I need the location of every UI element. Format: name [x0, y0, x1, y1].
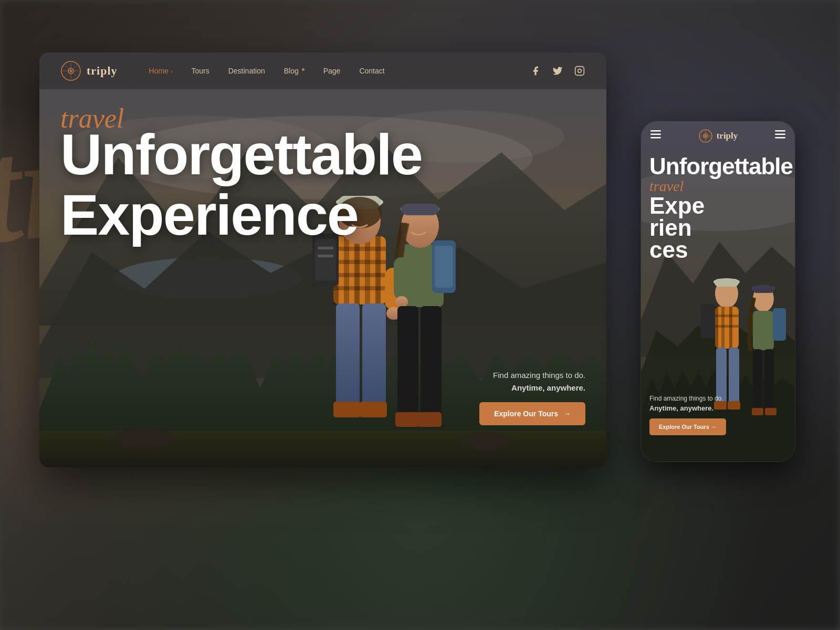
svg-rect-37 [360, 402, 387, 417]
mobile-logo: triply [698, 129, 738, 143]
hero-subtext: Find amazing things to do. Anytime, anyw… [479, 369, 585, 394]
desktop-nav: triply Home › Tours Destination Blog Pag… [39, 52, 606, 89]
mobile-menu-left[interactable] [650, 130, 661, 141]
nav-page[interactable]: Page [323, 67, 341, 75]
nav-destination[interactable]: Destination [228, 67, 265, 75]
nav-tours[interactable]: Tours [191, 67, 209, 75]
svg-rect-68 [775, 137, 785, 139]
logo-text: triply [87, 64, 118, 78]
hero-title-line1: Unforgettable [60, 127, 585, 182]
svg-rect-19 [333, 273, 386, 277]
hero-bottom-content: Find amazing things to do. Anytime, anyw… [479, 369, 585, 425]
desktop-mockup: triply Home › Tours Destination Blog Pag… [39, 52, 606, 467]
hero-content: travel Unforgettable Experience [60, 105, 585, 242]
svg-rect-35 [362, 303, 386, 408]
hero-subtitle-row: Experience [60, 187, 585, 243]
nav-contact[interactable]: Contact [359, 67, 384, 75]
mobile-hero-content: Unforgettable travel Expe rien ces [649, 155, 786, 261]
svg-rect-66 [775, 130, 785, 132]
mobile-nav: triply [641, 121, 795, 150]
svg-rect-53 [575, 67, 584, 76]
blog-nav-dot [302, 68, 304, 71]
nav-links: Home › Tours Destination Blog Page Conta… [149, 67, 530, 75]
svg-rect-33 [318, 255, 333, 257]
mobile-logo-icon [698, 129, 713, 143]
mobile-explore-button[interactable]: Explore Our Tours → [649, 418, 726, 435]
mobile-title-2: Expe rien ces [649, 195, 786, 260]
svg-rect-84 [753, 286, 774, 293]
svg-rect-32 [318, 247, 333, 249]
svg-point-52 [70, 70, 72, 72]
svg-rect-46 [397, 306, 418, 422]
svg-point-43 [395, 296, 408, 308]
social-links [530, 65, 585, 77]
svg-rect-74 [715, 314, 739, 317]
mobile-mockup: triply Unforgettable travel Expe rien ce… [640, 121, 795, 462]
mobile-menu-right[interactable] [775, 130, 785, 141]
svg-rect-67 [775, 134, 785, 135]
svg-rect-18 [333, 260, 386, 264]
svg-rect-15 [365, 236, 370, 304]
svg-rect-85 [773, 308, 786, 341]
mobile-italic-travel: travel [649, 177, 786, 195]
mobile-logo-text: triply [717, 131, 738, 141]
svg-rect-61 [650, 134, 661, 135]
svg-rect-17 [333, 247, 386, 251]
mobile-subtext: Find amazing things to do. Anytime, anyw… [649, 394, 786, 414]
svg-rect-60 [650, 130, 661, 132]
twitter-icon[interactable] [552, 65, 563, 77]
hero-title-line2: Experience [60, 187, 358, 243]
logo-icon [60, 60, 81, 81]
svg-rect-49 [417, 412, 442, 427]
logo[interactable]: triply [60, 60, 118, 81]
instagram-icon[interactable] [574, 65, 585, 77]
svg-rect-82 [753, 311, 774, 350]
svg-rect-45 [435, 246, 453, 288]
svg-point-9 [113, 428, 176, 449]
svg-rect-16 [375, 236, 381, 304]
svg-rect-34 [336, 303, 360, 408]
svg-rect-48 [395, 412, 419, 427]
nav-blog[interactable]: Blog [284, 67, 304, 75]
facebook-icon[interactable] [530, 65, 541, 77]
explore-button[interactable]: Explore Our Tours → [479, 402, 585, 425]
svg-point-65 [705, 135, 707, 137]
svg-rect-36 [333, 402, 361, 417]
svg-rect-20 [333, 286, 386, 290]
svg-rect-62 [650, 137, 661, 139]
nav-home[interactable]: Home › [149, 67, 173, 75]
svg-rect-79 [715, 279, 739, 287]
svg-rect-80 [700, 304, 715, 338]
svg-rect-75 [715, 325, 739, 328]
mobile-bottom-content: Find amazing things to do. Anytime, anyw… [649, 394, 786, 436]
svg-rect-42 [394, 257, 410, 299]
svg-rect-47 [421, 306, 442, 422]
mobile-title-1: Unforgettable [649, 155, 786, 177]
